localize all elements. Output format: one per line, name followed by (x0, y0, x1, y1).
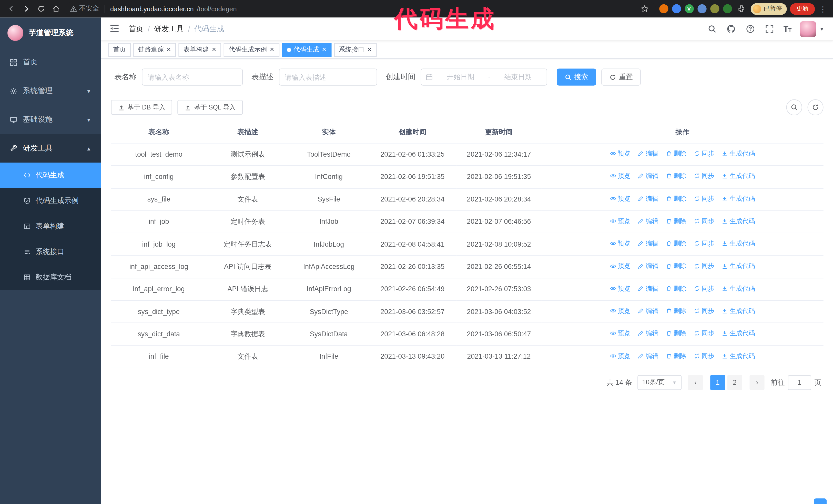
extension-icon-6[interactable] (723, 4, 732, 13)
edit-link[interactable]: 编辑 (638, 216, 659, 226)
table-row[interactable]: sys_dict_data 字典数据表 SysDictData 2021-03-… (111, 323, 823, 345)
preview-link[interactable]: 预览 (610, 193, 630, 204)
page-size-select[interactable]: 10条/页 ▼ (638, 375, 682, 390)
delete-link[interactable]: 删除 (666, 328, 686, 339)
security-warning[interactable]: 不安全 (70, 4, 99, 13)
font-size-icon[interactable]: TT (784, 24, 792, 33)
goto-page-input[interactable] (788, 375, 811, 390)
browser-menu-icon[interactable]: ⋮ (818, 5, 828, 13)
help-icon[interactable] (745, 24, 756, 34)
sidebar-logo[interactable]: 芋道管理系统 (0, 18, 101, 48)
back-button[interactable] (5, 3, 17, 15)
import-db-button[interactable]: 基于 DB 导入 (111, 100, 172, 115)
table-row[interactable]: inf_file 文件表 InfFile 2021-03-13 09:43:20… (111, 345, 823, 368)
generate-code-link[interactable]: 生成代码 (721, 216, 755, 226)
sync-link[interactable]: 同步 (694, 148, 714, 159)
preview-link[interactable]: 预览 (610, 351, 630, 361)
forward-button[interactable] (20, 3, 32, 15)
import-sql-button[interactable]: 基于 SQL 导入 (177, 100, 242, 115)
sync-link[interactable]: 同步 (694, 193, 714, 204)
table-row[interactable]: inf_api_access_log API 访问日志表 InfApiAcces… (111, 256, 823, 278)
sidebar-item-codegen-example[interactable]: 代码生成示例 (0, 188, 101, 214)
table-row[interactable]: inf_api_error_log API 错误日志 InfApiErrorLo… (111, 278, 823, 301)
sync-link[interactable]: 同步 (694, 283, 714, 294)
table-row[interactable]: sys_file 文件表 SysFile 2021-02-06 20:28:34… (111, 188, 823, 211)
delete-link[interactable]: 删除 (666, 306, 686, 316)
prev-page-button[interactable]: ‹ (688, 375, 703, 390)
profile-paused-badge[interactable]: 已暂停 (751, 3, 787, 15)
extension-icon-5[interactable] (710, 4, 719, 13)
delete-link[interactable]: 删除 (666, 193, 686, 204)
puzzle-extensions-icon[interactable] (736, 3, 747, 15)
generate-code-link[interactable]: 生成代码 (721, 238, 755, 249)
extension-icon-3[interactable]: V (685, 4, 694, 13)
tab-codegen-example[interactable]: 代码生成示例✕ (224, 43, 279, 57)
github-icon[interactable] (726, 24, 737, 34)
reset-button[interactable]: 重置 (601, 68, 641, 86)
generate-code-link[interactable]: 生成代码 (721, 283, 755, 294)
date-range-picker[interactable]: 开始日期 - 结束日期 (421, 68, 547, 86)
generate-code-link[interactable]: 生成代码 (721, 148, 755, 159)
tab-codegen[interactable]: 代码生成✕ (282, 43, 331, 57)
close-icon[interactable]: ✕ (270, 47, 275, 52)
preview-link[interactable]: 预览 (610, 306, 630, 316)
sidebar-item-devtools[interactable]: 研发工具 ▲ (0, 134, 101, 163)
edit-link[interactable]: 编辑 (638, 238, 659, 249)
table-row[interactable]: inf_job 定时任务表 InfJob 2021-02-07 06:39:34… (111, 211, 823, 233)
preview-link[interactable]: 预览 (610, 171, 630, 182)
breadcrumb-parent[interactable]: 研发工具 (154, 24, 184, 33)
delete-link[interactable]: 删除 (666, 216, 686, 226)
chrome-update-button[interactable]: 更新 (790, 3, 815, 15)
sidebar-item-db-doc[interactable]: 数据库文档 (0, 265, 101, 290)
edit-link[interactable]: 编辑 (638, 193, 659, 204)
toggle-search-button[interactable] (786, 99, 802, 115)
sidebar-item-home[interactable]: 首页 (0, 48, 101, 77)
delete-link[interactable]: 删除 (666, 351, 686, 361)
next-page-button[interactable]: › (750, 375, 765, 390)
sidebar-item-system[interactable]: 系统管理 ▼ (0, 76, 101, 105)
delete-link[interactable]: 删除 (666, 238, 686, 249)
edit-link[interactable]: 编辑 (638, 261, 659, 271)
preview-link[interactable]: 预览 (610, 216, 630, 226)
sync-link[interactable]: 同步 (694, 306, 714, 316)
generate-code-link[interactable]: 生成代码 (721, 193, 755, 204)
page-button[interactable]: 2 (728, 375, 742, 390)
close-icon[interactable]: ✕ (166, 47, 171, 52)
table-row[interactable]: sys_dict_type 字典类型表 SysDictType 2021-03-… (111, 301, 823, 323)
table-name-input[interactable] (142, 68, 243, 86)
sync-link[interactable]: 同步 (694, 351, 714, 361)
sync-link[interactable]: 同步 (694, 328, 714, 339)
close-icon[interactable]: ✕ (367, 47, 372, 52)
edit-link[interactable]: 编辑 (638, 171, 659, 182)
delete-link[interactable]: 删除 (666, 283, 686, 294)
sidebar-item-infra[interactable]: 基础设施 ▼ (0, 105, 101, 134)
generate-code-link[interactable]: 生成代码 (721, 328, 755, 339)
edit-link[interactable]: 编辑 (638, 148, 659, 159)
sync-link[interactable]: 同步 (694, 238, 714, 249)
table-desc-input[interactable] (279, 68, 377, 86)
table-row[interactable]: tool_test_demo 测试示例表 ToolTestDemo 2021-0… (111, 143, 823, 166)
preview-link[interactable]: 预览 (610, 261, 630, 271)
preview-link[interactable]: 预览 (610, 328, 630, 339)
sidebar-item-codegen[interactable]: 代码生成 (0, 163, 101, 188)
edit-link[interactable]: 编辑 (638, 351, 659, 361)
page-button[interactable]: 1 (710, 375, 725, 390)
extension-icon-1[interactable] (659, 4, 668, 13)
breadcrumb-home[interactable]: 首页 (129, 24, 144, 33)
address-bar[interactable]: 不安全 dashboard.yudao.iocoder.cn/tool/code… (65, 2, 656, 16)
preview-link[interactable]: 预览 (610, 238, 630, 249)
header-search-icon[interactable] (707, 24, 717, 34)
preview-link[interactable]: 预览 (610, 148, 630, 159)
edit-link[interactable]: 编辑 (638, 306, 659, 316)
corner-widget[interactable] (814, 498, 827, 504)
delete-link[interactable]: 删除 (666, 261, 686, 271)
home-button[interactable] (50, 3, 62, 15)
extension-icon-2[interactable] (672, 4, 681, 13)
table-row[interactable]: inf_config 参数配置表 InfConfig 2021-02-06 19… (111, 166, 823, 188)
edit-link[interactable]: 编辑 (638, 283, 659, 294)
sync-link[interactable]: 同步 (694, 216, 714, 226)
generate-code-link[interactable]: 生成代码 (721, 351, 755, 361)
delete-link[interactable]: 删除 (666, 171, 686, 182)
close-icon[interactable]: ✕ (211, 47, 216, 52)
tab-home[interactable]: 首页 (109, 43, 131, 57)
